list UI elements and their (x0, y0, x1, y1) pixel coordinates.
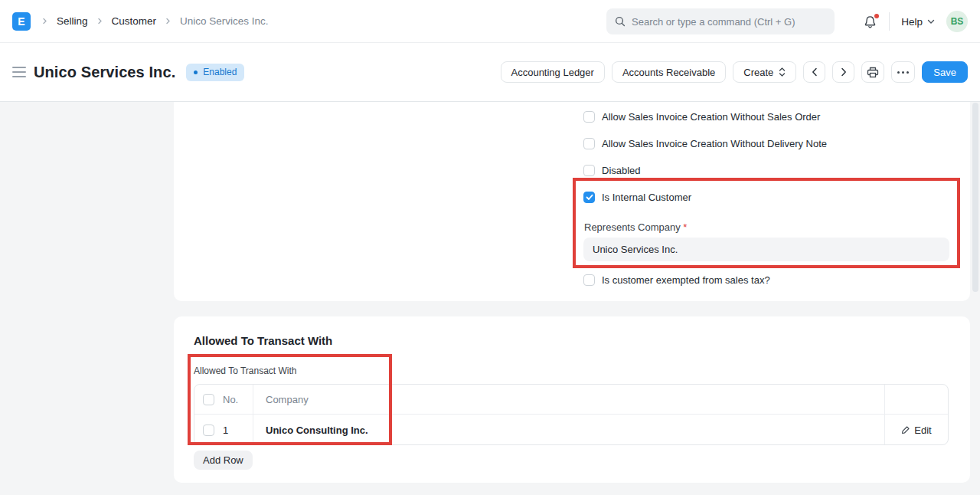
checkbox-row-is-internal-customer: Is Internal Customer (583, 192, 691, 203)
section-heading: Allowed To Transact With (194, 334, 332, 347)
company-value[interactable]: Unico Consulting Inc. (266, 425, 368, 436)
checkbox-row-allow-without-sales-order: Allow Sales Invoice Creation Without Sal… (583, 111, 820, 123)
search-icon (615, 16, 626, 27)
transact-table: No. Company 1 Unico Consulting Inc. Edit (194, 384, 949, 445)
menu-icon[interactable] (12, 67, 26, 77)
row-checkbox[interactable] (203, 425, 214, 436)
represents-company-label-text: Represents Company (584, 221, 681, 233)
navbar-divider (889, 12, 890, 31)
table-header-no: No. (194, 385, 253, 415)
accounts-receivable-button[interactable]: Accounts Receivable (612, 61, 726, 83)
accounting-ledger-button[interactable]: Accounting Ledger (501, 61, 605, 83)
next-record-button[interactable] (832, 61, 854, 83)
checkbox-is-internal-customer[interactable] (583, 192, 595, 203)
table-header-company: Company (253, 385, 885, 415)
allowed-to-transact-card: Allowed To Transact With Allowed To Tran… (174, 316, 970, 483)
ellipsis-icon (897, 71, 909, 74)
checkbox-sales-tax-exempt[interactable] (583, 274, 595, 286)
page-header: Unico Services Inc. Enabled Accounting L… (0, 43, 980, 102)
breadcrumb: Selling Customer Unico Services Inc. (41, 15, 269, 27)
column-header-company: Company (266, 394, 309, 405)
previous-record-button[interactable] (803, 61, 825, 83)
create-dropdown-button[interactable]: Create (733, 61, 796, 83)
check-icon (586, 194, 593, 201)
user-avatar[interactable]: BS (946, 11, 968, 32)
printer-icon (867, 67, 879, 78)
erpnext-logo-icon[interactable]: E (12, 12, 31, 31)
checkbox-row-sales-tax-exempt: Is customer exempted from sales tax? (583, 274, 770, 286)
status-badge: Enabled (186, 64, 244, 81)
chevron-left-icon (812, 67, 818, 77)
page-scrollbar[interactable] (972, 103, 978, 292)
checkbox-row-allow-without-delivery-note: Allow Sales Invoice Creation Without Del… (583, 138, 827, 149)
checkbox-label: Is customer exempted from sales tax? (602, 274, 770, 286)
chevron-down-icon (927, 19, 935, 25)
print-button[interactable] (861, 61, 884, 83)
global-search[interactable] (606, 8, 835, 34)
represents-company-input[interactable] (583, 238, 949, 261)
add-row-button[interactable]: Add Row (194, 451, 253, 470)
save-button[interactable]: Save (922, 61, 968, 83)
chevron-right-icon (41, 18, 48, 25)
column-header-no: No. (223, 394, 238, 405)
breadcrumb-item-customer[interactable]: Customer (112, 15, 157, 27)
table-row-cell-edit: Edit (885, 415, 948, 445)
checkbox-allow-without-delivery-note[interactable] (583, 138, 595, 149)
checkbox-label: Allow Sales Invoice Creation Without Sal… (602, 111, 820, 123)
checkbox-label: Is Internal Customer (602, 192, 691, 203)
help-label: Help (901, 16, 923, 28)
page: E Selling Customer Unico Services Inc. (0, 0, 980, 495)
transact-field-label: Allowed To Transact With (194, 366, 297, 376)
checkbox-label: Disabled (602, 165, 641, 176)
status-badge-label: Enabled (203, 67, 237, 77)
checkbox-disabled[interactable] (583, 165, 595, 176)
table-header-actions (885, 385, 948, 415)
chevrons-up-down-icon (779, 67, 786, 77)
customer-settings-card: Allow Sales Invoice Creation Without Sal… (174, 102, 970, 301)
select-all-checkbox[interactable] (203, 394, 214, 405)
top-navbar: E Selling Customer Unico Services Inc. (0, 0, 980, 43)
notification-dot (874, 14, 879, 18)
edit-row-button[interactable]: Edit (901, 425, 931, 436)
status-dot-icon (194, 70, 198, 74)
help-dropdown[interactable]: Help (901, 16, 935, 28)
checkbox-label: Allow Sales Invoice Creation Without Del… (602, 138, 827, 149)
more-options-button[interactable] (891, 61, 915, 83)
chevron-right-icon (841, 67, 847, 77)
represents-company-label: Represents Company * (584, 221, 687, 233)
checkbox-allow-without-sales-order[interactable] (583, 111, 595, 123)
page-title: Unico Services Inc. (34, 64, 175, 81)
search-input[interactable] (632, 16, 826, 28)
navbar-right: Help BS (863, 0, 968, 43)
header-actions: Accounting Ledger Accounts Receivable Cr… (501, 61, 969, 83)
chevron-right-icon (96, 18, 103, 25)
checkbox-row-disabled: Disabled (583, 165, 641, 176)
row-number: 1 (223, 425, 228, 436)
table-row-cell-no: 1 (194, 415, 253, 445)
required-marker: * (683, 221, 687, 233)
pencil-icon (901, 425, 910, 434)
create-label: Create (743, 67, 773, 78)
chevron-right-icon (165, 18, 172, 25)
table-row-cell-company[interactable]: Unico Consulting Inc. (253, 415, 885, 445)
notifications-button[interactable] (863, 15, 877, 29)
breadcrumb-item-selling[interactable]: Selling (57, 15, 88, 27)
edit-label: Edit (914, 425, 931, 436)
breadcrumb-item-current: Unico Services Inc. (180, 15, 269, 27)
